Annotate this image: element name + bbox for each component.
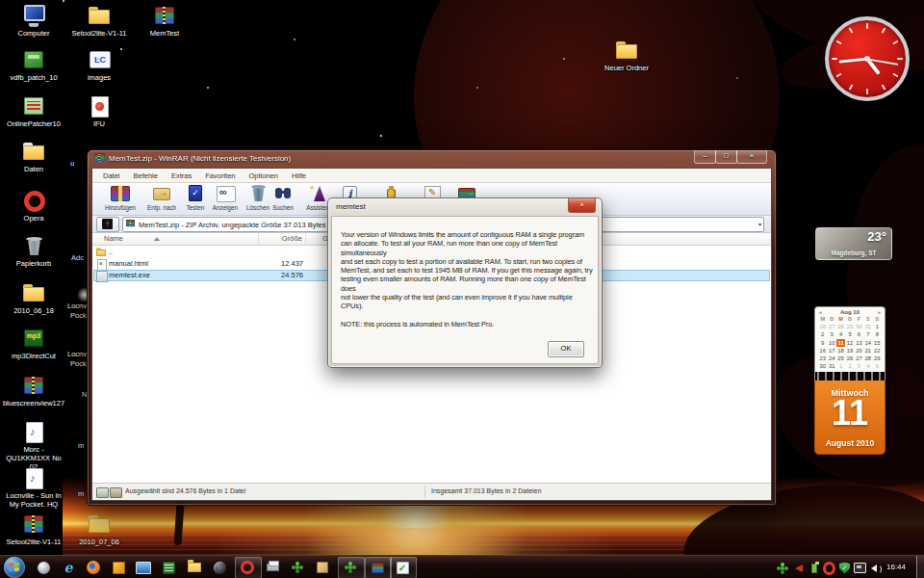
calendar-cell[interactable]: 24: [827, 355, 835, 362]
desktop-icon-2010-06-18[interactable]: 2010_06_18: [2, 281, 65, 315]
desktop-icon-onlinepatcher10[interactable]: OnlinePatcher10: [2, 94, 65, 128]
tray-redplay-icon[interactable]: [792, 562, 805, 574]
calendar-cell[interactable]: 9: [818, 339, 827, 347]
column-header-size[interactable]: Größe: [247, 233, 306, 245]
taskbar-check-button[interactable]: [394, 559, 411, 576]
desktop-icon-opera[interactable]: Opera: [2, 189, 65, 223]
taskbar-xfolder-button[interactable]: [186, 559, 203, 576]
calendar-cell[interactable]: 2: [845, 362, 854, 370]
start-button[interactable]: [4, 557, 25, 578]
calendar-cell[interactable]: 3: [855, 362, 863, 370]
column-header-name[interactable]: Name: [92, 233, 259, 245]
calendar-cell[interactable]: 27: [855, 355, 863, 362]
maximize-button[interactable]: □: [715, 150, 737, 164]
dialog-close-button[interactable]: ×: [568, 198, 596, 213]
menu-datei[interactable]: Datei: [96, 171, 127, 180]
calendar-cell[interactable]: 4: [836, 330, 845, 338]
taskbar-winrar-button[interactable]: [369, 559, 386, 576]
clock-gadget[interactable]: [825, 16, 910, 101]
taskbar-editor-button[interactable]: [110, 559, 127, 576]
calendar-cell[interactable]: 21: [863, 347, 872, 355]
calendar-cell[interactable]: 12: [845, 339, 854, 347]
desktop-icon-locnville-sun-in-my-pocket-hq[interactable]: Locnville - Sun In My Pocket. HQ: [2, 466, 65, 509]
calendar-cell[interactable]: 25: [836, 355, 845, 362]
show-desktop-button[interactable]: [916, 556, 924, 578]
calendar-cell[interactable]: 14: [863, 339, 872, 347]
desktop-icon-2010-07-06[interactable]: 2010_07_06: [67, 512, 131, 546]
calendar-cell[interactable]: 28: [863, 355, 872, 362]
desktop-icon-setool2lite-v1-11[interactable]: Setool2lite-V1-11: [67, 4, 131, 38]
desktop-icon-memtest[interactable]: MemTest: [133, 4, 196, 38]
calendar-cell[interactable]: 6: [855, 330, 863, 338]
taskbar-sphere-button[interactable]: [211, 559, 228, 576]
taskbar-ie-button[interactable]: e: [60, 559, 77, 576]
calendar-cell[interactable]: 26: [845, 355, 854, 362]
taskbar-opera-button[interactable]: [239, 559, 256, 576]
desktop-icon-vdfb-patch-10[interactable]: vdfb_patch_10: [2, 48, 65, 82]
calendar-cell[interactable]: 17: [827, 347, 835, 355]
calendar-cell[interactable]: 16: [818, 347, 827, 355]
menu-favoriten[interactable]: Favoriten: [198, 171, 242, 180]
taskbar-cart-button[interactable]: [160, 559, 177, 576]
calendar-cell[interactable]: 22: [873, 347, 882, 355]
calendar-cell[interactable]: 23: [818, 355, 827, 362]
calendar-cell[interactable]: 4: [863, 362, 872, 370]
desktop-icon-daten[interactable]: Daten: [2, 140, 65, 173]
tray-speaker-icon[interactable]: [867, 562, 880, 574]
desktop-icon-mp3directcut[interactable]: mp3DirectCut: [2, 327, 65, 360]
calendar-cell[interactable]: 26: [818, 323, 827, 330]
calendar-cell[interactable]: 15: [873, 339, 882, 347]
calendar-cell[interactable]: 29: [845, 323, 854, 330]
calendar-cell[interactable]: 10: [827, 339, 835, 347]
calendar-cell[interactable]: 5: [845, 330, 854, 338]
menu-optionen[interactable]: Optionen: [242, 171, 284, 180]
calendar-cell[interactable]: 19: [845, 347, 854, 355]
calendar-cell[interactable]: 7: [863, 330, 872, 338]
calendar-cell[interactable]: 31: [827, 362, 835, 370]
calendar-cell[interactable]: 1: [836, 362, 845, 370]
desktop-icon-images[interactable]: images: [67, 48, 131, 82]
calendar-cell[interactable]: 20: [855, 347, 863, 355]
menu-hilfe[interactable]: Hilfe: [285, 171, 313, 180]
up-one-level-button[interactable]: [96, 217, 119, 232]
tray-clover-icon[interactable]: [776, 562, 788, 574]
taskbar-ball-button[interactable]: [35, 559, 52, 576]
toolbar-hinzuf-gen[interactable]: Hinzufügen: [100, 184, 141, 214]
calendar-cell[interactable]: 13: [855, 339, 863, 347]
toolbar-suchen[interactable]: Suchen: [263, 184, 303, 214]
calendar-cell[interactable]: 5: [873, 362, 882, 370]
calendar-cell[interactable]: 28: [836, 323, 845, 330]
taskbar-clover-button[interactable]: [289, 559, 306, 576]
dialog-ok-button[interactable]: OK: [548, 341, 584, 357]
desktop-icon-setool2lite-v1-11[interactable]: Setool2lite-V1-11: [2, 512, 65, 546]
taskbar-monitor-button[interactable]: [135, 559, 152, 576]
calendar-cell[interactable]: 3: [827, 330, 835, 338]
chevron-down-icon[interactable]: ▾: [758, 221, 761, 227]
calendar-gadget[interactable]: ◂ Aug 10 ▸ MDMDFSS 262728293031123456789…: [814, 306, 886, 455]
taskbar-firefox-button[interactable]: [85, 559, 102, 576]
desktop-icon-papierkorb[interactable]: Papierkorb: [2, 234, 65, 268]
calendar-cell[interactable]: 18: [836, 347, 845, 355]
menu-befehle[interactable]: Befehle: [127, 171, 165, 180]
tray-window-icon[interactable]: [854, 562, 866, 574]
calendar-cell-today[interactable]: 11: [836, 339, 845, 347]
desktop-icon-ifu[interactable]: IFU: [67, 94, 131, 128]
menu-extras[interactable]: Extras: [165, 171, 198, 180]
calendar-cell[interactable]: 1: [873, 323, 882, 330]
calendar-cell[interactable]: 8: [873, 330, 882, 338]
calendar-cell[interactable]: 31: [863, 323, 872, 330]
taskbar-clover-button[interactable]: [342, 559, 359, 576]
desktop-icon-morc-qu1kkm1xx-no-02[interactable]: Morc - QU1KKM1XX No 02: [2, 420, 65, 471]
tray-usb-icon[interactable]: [808, 562, 820, 574]
tray-shield-icon[interactable]: [838, 562, 851, 574]
calendar-cell[interactable]: 27: [827, 323, 835, 330]
close-button[interactable]: ×: [736, 150, 767, 164]
desktop-icon-bluescreenview127[interactable]: bluescreenview127: [2, 374, 65, 407]
calendar-cell[interactable]: 30: [855, 323, 863, 330]
calendar-cell[interactable]: 30: [818, 362, 827, 370]
weather-gadget[interactable]: 23° Magdeburg, ST: [815, 227, 892, 260]
tray-opera-icon[interactable]: [823, 562, 835, 574]
taskbar-sendto-button[interactable]: [314, 559, 331, 576]
calendar-cell[interactable]: 29: [873, 355, 882, 362]
calendar-cell[interactable]: 2: [818, 330, 827, 338]
